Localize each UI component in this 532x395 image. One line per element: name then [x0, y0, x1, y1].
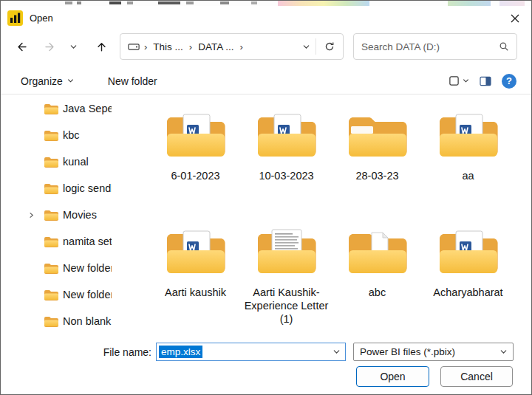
up-arrow-icon — [95, 41, 108, 53]
recent-locations-button[interactable] — [65, 34, 81, 59]
chevron-down-icon — [302, 43, 310, 51]
file-tile-label: 28-03-23 — [355, 169, 398, 182]
organize-label: Organize — [21, 75, 63, 87]
organize-button[interactable]: Organize — [21, 75, 74, 87]
view-layout-icon — [449, 75, 460, 86]
folder-icon — [44, 316, 58, 327]
sidebar-item[interactable]: Non blank ce — [1, 308, 112, 334]
search-box — [353, 33, 517, 60]
power-bi-app-icon — [7, 10, 23, 26]
file-tile-label: aa — [462, 169, 474, 182]
sidebar-item[interactable]: New folder — [1, 255, 112, 281]
file-name-label: File name: — [96, 346, 151, 358]
file-name-value: emp.xlsx — [159, 346, 202, 358]
folder-with-text-doc-icon — [253, 222, 321, 284]
dialog-title: Open — [30, 13, 53, 24]
file-tile-label: Aarti kaushik — [165, 286, 226, 299]
file-tile[interactable]: aa — [423, 106, 514, 218]
folder-tree-sidebar: Java Sepetem kbc kunal logic sendbac Mov… — [1, 95, 112, 334]
back-button[interactable] — [10, 34, 33, 59]
file-tile-label: Aarti Kaushik-Experience Letter (1) — [242, 286, 330, 326]
preview-pane-icon — [480, 76, 491, 86]
file-type-select[interactable]: Power BI files (*.pbix) — [353, 343, 514, 361]
folder-with-word-doc-icon — [162, 106, 230, 168]
new-folder-label: New folder — [108, 75, 157, 87]
close-icon — [511, 14, 519, 23]
folder-icon — [44, 236, 58, 247]
refresh-icon — [324, 41, 335, 52]
folder-icon — [344, 106, 412, 168]
cancel-button[interactable]: Cancel — [440, 366, 513, 387]
chevron-down-icon — [67, 78, 74, 84]
folder-icon — [44, 157, 58, 168]
up-button[interactable] — [90, 34, 112, 59]
help-icon: ? — [506, 75, 512, 86]
dialog-toolbar: Organize New folder ? — [1, 68, 531, 95]
folder-icon — [44, 103, 58, 114]
sidebar-item-label: logic sendbac — [63, 182, 112, 194]
sidebar-item-movies[interactable]: Movies — [1, 202, 112, 228]
sidebar-item-label: Movies — [63, 209, 97, 221]
dialog-titlebar: Open — [1, 6, 531, 30]
breadcrumb-separator-icon: › — [140, 41, 151, 52]
sidebar-item[interactable]: namita set 2 — [1, 228, 112, 255]
sidebar-item[interactable]: kunal — [1, 148, 112, 175]
file-tile[interactable]: Aarti Kaushik-Experience Letter (1) — [241, 222, 332, 334]
refresh-button[interactable] — [316, 34, 343, 59]
sidebar-item-label: Java Sepetem — [63, 103, 112, 114]
folder-with-word-doc-icon — [253, 106, 321, 168]
file-tile[interactable]: 28-03-23 — [332, 106, 423, 218]
sidebar-item-label: namita set 2 — [63, 236, 112, 247]
sidebar-item-label: New folder (2 — [63, 289, 112, 300]
sidebar-item[interactable]: kbc — [1, 122, 112, 148]
forward-button[interactable] — [38, 34, 61, 59]
sidebar-item-label: New folder — [63, 262, 112, 274]
background-app-strip — [0, 0, 532, 6]
file-tile[interactable]: Acharyabharat — [423, 222, 514, 334]
breadcrumb-this-pc[interactable]: This ... — [151, 41, 185, 52]
file-tile[interactable]: 10-03-2023 — [241, 106, 332, 218]
sidebar-item-label: kbc — [63, 129, 80, 141]
drive-icon — [128, 42, 140, 52]
search-input[interactable] — [354, 41, 499, 52]
file-list: 6-01-2023 10-03-2023 28-03-23 — [112, 95, 531, 334]
breadcrumb-separator-icon: › — [185, 41, 197, 52]
folder-icon — [44, 183, 58, 194]
chevron-down-icon — [463, 78, 469, 84]
folder-icon — [44, 210, 58, 221]
breadcrumb-separator-icon: › — [235, 41, 247, 52]
sidebar-item-label: kunal — [63, 156, 89, 168]
sidebar-item[interactable]: New folder (2 — [1, 281, 112, 308]
folder-with-papers-icon — [344, 222, 412, 284]
file-tile-label: abc — [369, 286, 386, 299]
folder-icon — [44, 130, 58, 141]
file-tile[interactable]: 6-01-2023 — [150, 106, 241, 218]
help-button[interactable]: ? — [502, 74, 516, 89]
address-bar[interactable]: › This ... › DATA ... › — [120, 33, 344, 60]
file-tile[interactable]: abc — [332, 222, 423, 334]
forward-arrow-icon — [44, 41, 56, 53]
folder-with-word-doc-icon — [434, 106, 502, 168]
new-folder-button[interactable]: New folder — [108, 75, 157, 87]
sidebar-item-label: Non blank ce — [63, 315, 112, 327]
close-button[interactable] — [499, 6, 531, 30]
folder-with-word-doc-icon — [162, 222, 230, 284]
file-type-value: Power BI files (*.pbix) — [360, 346, 455, 357]
sidebar-item[interactable]: Java Sepetem — [1, 95, 112, 122]
folder-with-word-doc-icon — [434, 222, 502, 284]
file-tile-label: 6-01-2023 — [171, 169, 219, 182]
sidebar-item[interactable]: logic sendbac — [1, 175, 112, 202]
folder-icon — [44, 263, 58, 274]
change-view-button[interactable] — [449, 75, 469, 86]
file-name-input[interactable]: emp.xlsx — [156, 343, 346, 361]
address-dropdown-button[interactable] — [296, 34, 316, 59]
folder-icon — [44, 289, 58, 300]
search-icon — [499, 41, 509, 52]
breadcrumb-data-drive[interactable]: DATA ... — [197, 41, 235, 52]
file-tile[interactable]: Aarti kaushik — [150, 222, 241, 334]
chevron-down-icon[interactable] — [332, 348, 341, 356]
preview-pane-button[interactable] — [480, 76, 491, 86]
file-tile-label: Acharyabharat — [433, 286, 502, 299]
expand-chevron-icon[interactable] — [27, 211, 35, 219]
open-button[interactable]: Open — [356, 366, 429, 387]
